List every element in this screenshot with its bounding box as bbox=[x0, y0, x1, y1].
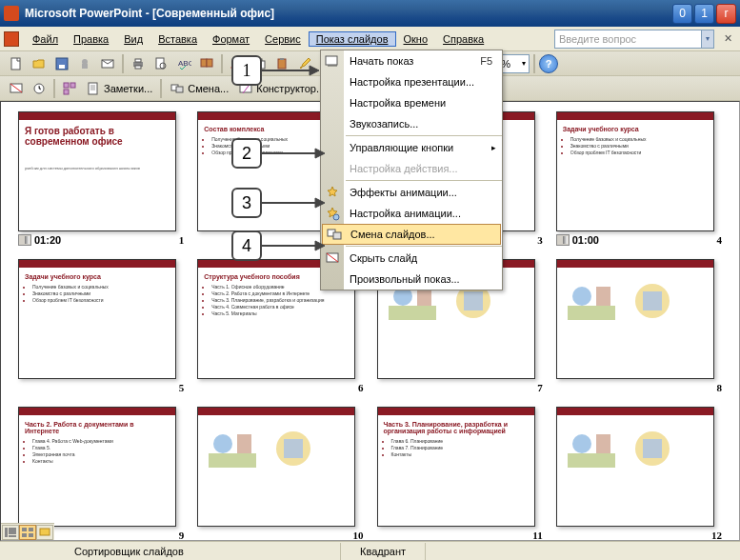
transition-button[interactable]: Смена... bbox=[166, 78, 232, 99]
dd-setup[interactable]: Настройка презентации... bbox=[321, 71, 502, 92]
slide-cell[interactable]: 10 bbox=[197, 407, 363, 540]
status-template: Квадрант bbox=[341, 543, 426, 560]
slide-cell[interactable]: Часть 3. Планирование, разработка и орга… bbox=[377, 407, 543, 540]
doc-close-button[interactable]: ✕ bbox=[720, 32, 736, 45]
svg-rect-49 bbox=[5, 528, 8, 537]
save-icon[interactable] bbox=[51, 53, 72, 74]
hide-icon bbox=[325, 250, 340, 266]
slide-thumb[interactable] bbox=[197, 407, 355, 527]
slide-number: 8 bbox=[717, 382, 723, 393]
menu-window[interactable]: Окно bbox=[396, 31, 436, 47]
preview-icon[interactable] bbox=[150, 53, 171, 74]
spell-icon[interactable]: ABC bbox=[173, 53, 194, 74]
slide-cell[interactable]: 8 bbox=[556, 259, 722, 393]
rehearse-icon[interactable] bbox=[29, 78, 50, 99]
svg-rect-50 bbox=[9, 528, 16, 534]
slide-thumb[interactable]: Часть 2. Работа с документами в Интернет… bbox=[18, 407, 176, 527]
svg-rect-56 bbox=[40, 529, 50, 535]
summary-icon[interactable] bbox=[59, 78, 80, 99]
slide-info: 01:00 4 bbox=[556, 234, 722, 246]
help-icon[interactable]: ? bbox=[539, 54, 558, 73]
titlebar: Microsoft PowerPoint - [Современный офис… bbox=[0, 0, 740, 27]
menu-format[interactable]: Формат bbox=[205, 31, 257, 47]
svg-rect-46 bbox=[596, 434, 610, 453]
svg-point-40 bbox=[213, 434, 232, 453]
svg-rect-34 bbox=[568, 306, 615, 320]
slide-thumb[interactable] bbox=[556, 259, 714, 379]
slide-number: 5 bbox=[179, 382, 185, 393]
slideshow-dropdown: Начать показF5 Настройка презентации... … bbox=[320, 50, 503, 290]
slide-cell[interactable]: Я готов работать в современном офисеучеб… bbox=[18, 111, 184, 246]
close-button[interactable]: r bbox=[716, 4, 736, 24]
slide-info: 8 bbox=[556, 382, 722, 393]
slide-thumb[interactable]: Я готов работать в современном офисеучеб… bbox=[18, 111, 176, 231]
slide-info: 10 bbox=[197, 530, 363, 540]
menu-edit[interactable]: Правка bbox=[66, 31, 116, 47]
dd-actionbuttons[interactable]: Управляющие кнопки▸ bbox=[321, 137, 502, 158]
ask-input[interactable]: Введите вопрос bbox=[554, 30, 702, 49]
dd-hide[interactable]: Скрыть слайд bbox=[321, 248, 502, 269]
svg-rect-13 bbox=[207, 59, 212, 67]
dd-rehearse[interactable]: Настройка времени bbox=[321, 92, 502, 113]
notes-button[interactable]: Заметки... bbox=[82, 78, 156, 99]
svg-rect-57 bbox=[326, 56, 337, 65]
menu-tools[interactable]: Сервис bbox=[257, 31, 309, 47]
normal-view-button[interactable] bbox=[2, 525, 19, 540]
svg-rect-38 bbox=[643, 291, 662, 310]
slide-number: 11 bbox=[532, 530, 542, 540]
dd-record[interactable]: Звукозапись... bbox=[321, 113, 502, 134]
svg-point-45 bbox=[572, 434, 591, 453]
app-icon bbox=[4, 6, 19, 21]
svg-rect-29 bbox=[389, 306, 436, 320]
menu-view[interactable]: Вид bbox=[116, 31, 150, 47]
slide-number: 10 bbox=[353, 530, 364, 540]
slide-info: 01:20 1 bbox=[18, 234, 184, 246]
slide-info: 11 bbox=[377, 530, 543, 540]
callout-2: 2 bbox=[231, 138, 262, 169]
svg-rect-27 bbox=[176, 87, 183, 92]
slide-info: 5 bbox=[18, 382, 184, 393]
sorter-view-button[interactable] bbox=[19, 525, 36, 540]
maximize-button[interactable]: 1 bbox=[694, 4, 714, 24]
svg-rect-54 bbox=[22, 533, 27, 537]
slide-info: 12 bbox=[556, 530, 722, 540]
dd-animfx[interactable]: Эффекты анимации... bbox=[321, 182, 502, 203]
transition-icon bbox=[327, 227, 342, 242]
new-icon[interactable] bbox=[6, 53, 27, 74]
svg-rect-43 bbox=[284, 439, 303, 458]
permission-icon[interactable] bbox=[74, 53, 95, 74]
dd-animsetup[interactable]: Настройка анимации... bbox=[321, 203, 502, 224]
menu-file[interactable]: Файл bbox=[25, 31, 66, 47]
svg-rect-44 bbox=[568, 453, 615, 468]
slide-thumb[interactable] bbox=[556, 407, 714, 527]
dd-start[interactable]: Начать показF5 bbox=[321, 50, 502, 71]
slideshow-view-button[interactable] bbox=[36, 525, 53, 540]
slide-thumb[interactable]: Задачи учебного курсаПолучение базовых и… bbox=[18, 259, 176, 379]
dd-transition[interactable]: Смена слайдов... bbox=[322, 224, 501, 245]
svg-rect-33 bbox=[464, 291, 483, 310]
open-icon[interactable] bbox=[29, 53, 50, 74]
slide-cell[interactable]: Задачи учебного курсаПолучение базовых и… bbox=[556, 111, 722, 246]
hide-slide-icon[interactable] bbox=[6, 78, 27, 99]
menu-insert[interactable]: Вставка bbox=[150, 31, 205, 47]
ask-dropdown[interactable]: ▾ bbox=[702, 30, 714, 49]
slide-info: 7 bbox=[377, 382, 543, 393]
slide-cell[interactable]: Часть 2. Работа с документами в Интернет… bbox=[18, 407, 184, 540]
slide-cell[interactable]: Задачи учебного курсаПолучение базовых и… bbox=[18, 259, 184, 393]
print-icon[interactable] bbox=[128, 53, 149, 74]
slide-cell[interactable]: 12 bbox=[556, 407, 722, 540]
callout-4: 4 bbox=[231, 230, 262, 261]
svg-point-35 bbox=[572, 287, 591, 306]
slide-thumb[interactable]: Задачи учебного курсаПолучение базовых и… bbox=[556, 111, 714, 231]
research-icon[interactable] bbox=[196, 53, 217, 74]
slide-thumb[interactable]: Часть 3. Планирование, разработка и орга… bbox=[377, 407, 535, 527]
menu-slideshow[interactable]: Показ слайдов bbox=[309, 31, 396, 47]
slide-number: 1 bbox=[179, 234, 185, 246]
minimize-button[interactable]: 0 bbox=[672, 4, 692, 24]
svg-rect-4 bbox=[82, 64, 88, 69]
menu-help[interactable]: Справка bbox=[435, 31, 491, 47]
email-icon[interactable] bbox=[97, 53, 118, 74]
dd-custom[interactable]: Произвольный показ... bbox=[321, 269, 502, 290]
statusbar: Сортировщик слайдов Квадрант bbox=[0, 541, 740, 560]
doc-icon[interactable] bbox=[4, 31, 19, 47]
